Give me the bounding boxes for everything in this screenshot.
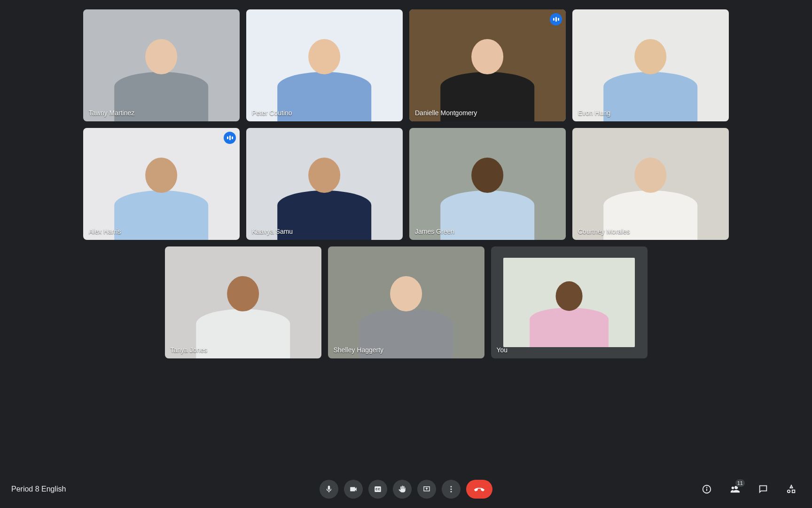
svg-point-7 [788, 490, 790, 493]
participant-tile[interactable]: Kaavya Samu [246, 128, 403, 240]
participant-name-label: James Green [415, 228, 454, 235]
participant-name-label: Kaavya Samu [252, 228, 293, 235]
mic-icon [325, 485, 333, 493]
video-feed [165, 246, 321, 358]
participant-tile[interactable]: Evon Hung [572, 9, 729, 121]
svg-point-0 [451, 486, 452, 487]
video-feed [246, 9, 403, 121]
participant-name-label: Shelley Haggerty [334, 346, 384, 354]
chat-button[interactable] [754, 480, 773, 499]
participant-name-label: Danielle Montgomery [415, 109, 477, 117]
participant-count-badge: 11 [735, 479, 745, 487]
participant-tile[interactable]: Alex Harris [83, 128, 240, 240]
activities-button[interactable] [782, 480, 801, 499]
speaking-indicator-icon [550, 13, 562, 25]
raise-hand-icon [398, 485, 406, 493]
present-button[interactable] [417, 480, 436, 499]
captions-button[interactable] [368, 480, 387, 499]
leave-call-button[interactable] [466, 480, 492, 499]
center-controls [320, 480, 492, 499]
video-feed [328, 246, 484, 358]
participant-tile[interactable]: Danielle Montgomery [409, 9, 566, 121]
participant-name-label: Tanya Jones [171, 346, 208, 354]
participant-name-label: You [497, 346, 508, 354]
participant-name-label: Courtney Morales [578, 228, 630, 235]
more-options-button[interactable] [442, 480, 461, 499]
bottom-bar: Period 8 English [0, 470, 812, 508]
svg-marker-6 [790, 485, 793, 488]
participant-name-label: Tawny Martinez [89, 109, 134, 117]
participant-name-label: Alex Harris [89, 228, 121, 235]
participant-tile[interactable]: You [491, 246, 648, 358]
camera-icon [349, 485, 358, 493]
video-feed [83, 128, 240, 240]
more-vertical-icon [447, 485, 455, 493]
participant-name-label: Evon Hung [578, 109, 610, 117]
svg-rect-8 [792, 490, 795, 493]
camera-button[interactable] [344, 480, 363, 499]
meeting-name: Period 8 English [11, 485, 66, 493]
participant-tile[interactable]: Shelley Haggerty [328, 246, 484, 358]
raise-hand-button[interactable] [393, 480, 412, 499]
speaking-indicator-icon [224, 132, 236, 144]
info-icon [702, 484, 712, 494]
participant-tile[interactable]: Peter Coutino [246, 9, 403, 121]
activities-icon [786, 484, 796, 494]
video-feed [409, 9, 566, 121]
participant-tile[interactable]: Courtney Morales [572, 128, 729, 240]
right-controls: 11 [697, 480, 801, 499]
participant-tile[interactable]: Tawny Martinez [83, 9, 240, 121]
svg-point-1 [451, 489, 452, 490]
chat-icon [758, 484, 768, 494]
captions-icon [374, 485, 382, 493]
mic-button[interactable] [320, 480, 338, 499]
participant-tile[interactable]: Tanya Jones [165, 246, 321, 358]
participant-name-label: Peter Coutino [252, 109, 292, 117]
video-feed [491, 246, 648, 358]
participant-tile[interactable]: James Green [409, 128, 566, 240]
video-feed [572, 9, 729, 121]
video-feed [409, 128, 566, 240]
video-feed [83, 9, 240, 121]
hangup-icon [474, 484, 485, 495]
people-button[interactable]: 11 [726, 480, 744, 499]
svg-point-5 [707, 487, 707, 488]
video-feed [572, 128, 729, 240]
meeting-info-button[interactable] [697, 480, 716, 499]
participant-grid: Tawny MartinezPeter CoutinoDanielle Mont… [0, 9, 812, 466]
svg-point-2 [451, 491, 452, 492]
video-feed [246, 128, 403, 240]
present-icon [422, 485, 431, 493]
